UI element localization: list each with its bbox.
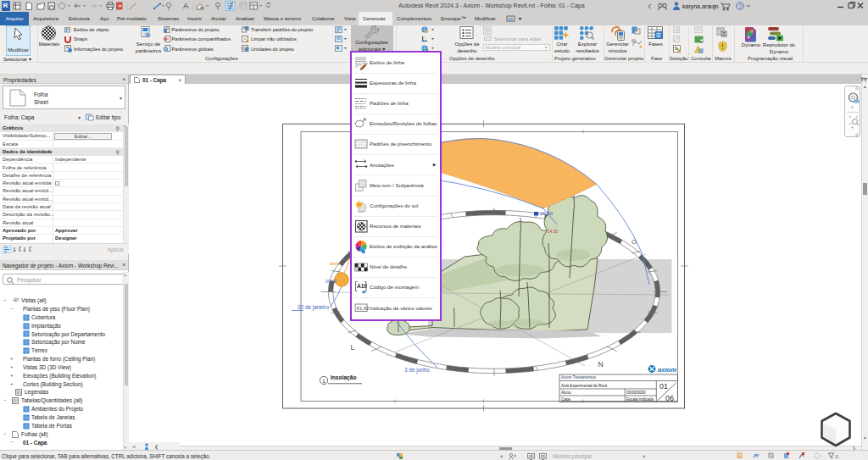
svg-text:direta: direta bbox=[330, 262, 340, 266]
svg-text:06: 06 bbox=[665, 394, 674, 402]
svg-text:09:00: 09:00 bbox=[326, 279, 337, 284]
svg-text:20 de janeiro: 20 de janeiro bbox=[298, 304, 329, 311]
svg-text:Insolação: Insolação bbox=[331, 374, 356, 381]
svg-text:O: O bbox=[632, 238, 637, 246]
svg-text:N: N bbox=[598, 360, 604, 369]
svg-text:Aula Experimental de Revit: Aula Experimental de Revit bbox=[561, 384, 608, 388]
svg-text:L: L bbox=[351, 343, 355, 352]
svg-text:16:00: 16:00 bbox=[540, 211, 554, 216]
svg-text:Escala Indicada: Escala Indicada bbox=[626, 397, 654, 402]
svg-text:Axiom Treinamentos: Axiom Treinamentos bbox=[561, 375, 597, 380]
svg-text:14:30: 14:30 bbox=[548, 230, 558, 234]
svg-text:3 de junho: 3 de junho bbox=[404, 367, 430, 374]
svg-text:Aluno:: Aluno: bbox=[561, 391, 572, 395]
svg-text:karyna.araujo: karyna.araujo bbox=[682, 3, 719, 10]
svg-text:01: 01 bbox=[659, 382, 668, 391]
svg-text::0: :0 bbox=[835, 454, 838, 459]
svg-text:00/00/0000: 00/00/0000 bbox=[626, 391, 646, 395]
svg-text:axiom: axiom bbox=[658, 366, 676, 374]
svg-text:Capa: Capa bbox=[561, 397, 570, 402]
svg-text:A: A bbox=[183, 1, 189, 10]
svg-text:?: ? bbox=[738, 3, 742, 10]
